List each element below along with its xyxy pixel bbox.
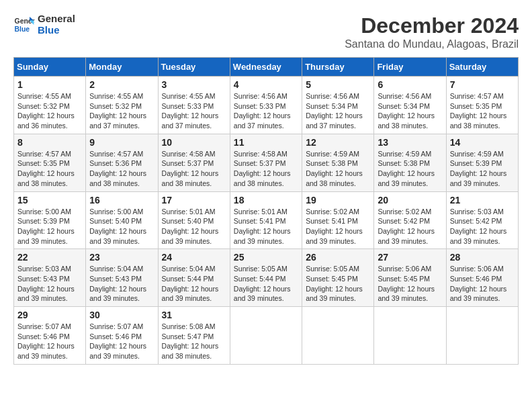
day-info: Sunrise: 5:01 AMSunset: 5:40 PMDaylight:…: [162, 207, 226, 246]
day-number: 10: [162, 137, 226, 148]
calendar-cell: 8Sunrise: 4:57 AMSunset: 5:35 PMDaylight…: [14, 134, 86, 191]
calendar-cell: 31Sunrise: 5:08 AMSunset: 5:47 PMDayligh…: [158, 307, 230, 365]
day-info: Sunrise: 4:57 AMSunset: 5:35 PMDaylight:…: [450, 91, 515, 131]
day-number: 21: [450, 195, 515, 205]
calendar-cell: 21Sunrise: 5:03 AMSunset: 5:42 PMDayligh…: [446, 191, 518, 249]
calendar-cell: 18Sunrise: 5:01 AMSunset: 5:41 PMDayligh…: [230, 191, 302, 249]
day-number: 18: [234, 195, 298, 205]
day-info: Sunrise: 5:03 AMSunset: 5:43 PMDaylight:…: [17, 264, 82, 304]
logo-wordmark: General Blue: [38, 13, 75, 36]
calendar-cell: 25Sunrise: 5:05 AMSunset: 5:44 PMDayligh…: [230, 249, 302, 307]
day-number: 1: [17, 79, 82, 90]
calendar-cell: 13Sunrise: 4:59 AMSunset: 5:38 PMDayligh…: [374, 134, 446, 191]
day-number: 13: [378, 137, 442, 148]
day-number: 8: [17, 137, 82, 148]
day-info: Sunrise: 5:05 AMSunset: 5:44 PMDaylight:…: [234, 264, 298, 304]
day-info: Sunrise: 5:07 AMSunset: 5:46 PMDaylight:…: [17, 322, 82, 361]
calendar-cell: 17Sunrise: 5:01 AMSunset: 5:40 PMDayligh…: [158, 191, 230, 249]
calendar-cell: 2Sunrise: 4:55 AMSunset: 5:32 PMDaylight…: [86, 77, 158, 134]
day-number: 25: [234, 252, 298, 263]
day-info: Sunrise: 4:56 AMSunset: 5:33 PMDaylight:…: [234, 91, 298, 131]
day-number: 27: [378, 252, 442, 263]
day-info: Sunrise: 5:03 AMSunset: 5:42 PMDaylight:…: [450, 207, 515, 246]
calendar-week-2: 8Sunrise: 4:57 AMSunset: 5:35 PMDaylight…: [14, 134, 519, 191]
logo-icon: General Blue: [13, 14, 35, 36]
title-area: December 2024 Santana do Mundau, Alagoas…: [345, 13, 519, 50]
calendar-cell: 16Sunrise: 5:00 AMSunset: 5:40 PMDayligh…: [86, 191, 158, 249]
day-info: Sunrise: 4:59 AMSunset: 5:39 PMDaylight:…: [450, 149, 515, 189]
header-tuesday: Tuesday: [158, 58, 230, 77]
day-number: 30: [89, 310, 154, 320]
calendar-cell: 14Sunrise: 4:59 AMSunset: 5:39 PMDayligh…: [446, 134, 518, 191]
day-info: Sunrise: 4:55 AMSunset: 5:33 PMDaylight:…: [162, 91, 226, 131]
day-info: Sunrise: 5:08 AMSunset: 5:47 PMDaylight:…: [162, 322, 226, 361]
calendar-cell: [374, 307, 446, 365]
calendar-cell: 29Sunrise: 5:07 AMSunset: 5:46 PMDayligh…: [14, 307, 86, 365]
day-number: 15: [17, 195, 82, 205]
day-number: 9: [89, 137, 154, 148]
day-info: Sunrise: 5:07 AMSunset: 5:46 PMDaylight:…: [89, 322, 154, 361]
day-info: Sunrise: 5:04 AMSunset: 5:44 PMDaylight:…: [162, 264, 226, 304]
day-info: Sunrise: 4:58 AMSunset: 5:37 PMDaylight:…: [162, 149, 226, 189]
day-number: 24: [162, 252, 226, 263]
svg-text:Blue: Blue: [15, 25, 30, 32]
calendar-week-3: 15Sunrise: 5:00 AMSunset: 5:39 PMDayligh…: [14, 191, 519, 249]
day-info: Sunrise: 5:05 AMSunset: 5:45 PMDaylight:…: [306, 264, 370, 304]
day-number: 20: [378, 195, 442, 205]
calendar-cell: 6Sunrise: 4:56 AMSunset: 5:34 PMDaylight…: [374, 77, 446, 134]
day-number: 3: [162, 79, 226, 90]
page-header: General Blue General Blue December 2024 …: [13, 13, 519, 50]
calendar-cell: [302, 307, 374, 365]
calendar-header-row: Sunday Monday Tuesday Wednesday Thursday…: [14, 58, 519, 77]
calendar-week-4: 22Sunrise: 5:03 AMSunset: 5:43 PMDayligh…: [14, 249, 519, 307]
day-info: Sunrise: 4:58 AMSunset: 5:37 PMDaylight:…: [234, 149, 298, 189]
day-number: 16: [89, 195, 154, 205]
header-saturday: Saturday: [446, 58, 518, 77]
day-info: Sunrise: 4:56 AMSunset: 5:34 PMDaylight:…: [378, 91, 442, 131]
calendar-cell: 4Sunrise: 4:56 AMSunset: 5:33 PMDaylight…: [230, 77, 302, 134]
calendar-table: Sunday Monday Tuesday Wednesday Thursday…: [13, 57, 519, 365]
calendar-cell: 11Sunrise: 4:58 AMSunset: 5:37 PMDayligh…: [230, 134, 302, 191]
calendar-cell: 30Sunrise: 5:07 AMSunset: 5:46 PMDayligh…: [86, 307, 158, 365]
header-wednesday: Wednesday: [230, 58, 302, 77]
day-info: Sunrise: 5:04 AMSunset: 5:43 PMDaylight:…: [89, 264, 154, 304]
calendar-cell: 7Sunrise: 4:57 AMSunset: 5:35 PMDaylight…: [446, 77, 518, 134]
header-friday: Friday: [374, 58, 446, 77]
logo: General Blue General Blue: [13, 13, 75, 36]
day-info: Sunrise: 5:02 AMSunset: 5:41 PMDaylight:…: [306, 207, 370, 246]
day-info: Sunrise: 5:02 AMSunset: 5:42 PMDaylight:…: [378, 207, 442, 246]
calendar-week-1: 1Sunrise: 4:55 AMSunset: 5:32 PMDaylight…: [14, 77, 519, 134]
day-info: Sunrise: 4:59 AMSunset: 5:38 PMDaylight:…: [306, 149, 370, 189]
calendar-cell: 3Sunrise: 4:55 AMSunset: 5:33 PMDaylight…: [158, 77, 230, 134]
day-number: 7: [450, 79, 515, 90]
calendar-cell: 15Sunrise: 5:00 AMSunset: 5:39 PMDayligh…: [14, 191, 86, 249]
day-number: 4: [234, 79, 298, 90]
day-number: 6: [378, 79, 442, 90]
day-info: Sunrise: 4:55 AMSunset: 5:32 PMDaylight:…: [89, 91, 154, 131]
day-info: Sunrise: 4:57 AMSunset: 5:36 PMDaylight:…: [89, 149, 154, 189]
calendar-cell: 22Sunrise: 5:03 AMSunset: 5:43 PMDayligh…: [14, 249, 86, 307]
calendar-cell: 24Sunrise: 5:04 AMSunset: 5:44 PMDayligh…: [158, 249, 230, 307]
calendar-cell: 10Sunrise: 4:58 AMSunset: 5:37 PMDayligh…: [158, 134, 230, 191]
header-sunday: Sunday: [14, 58, 86, 77]
day-info: Sunrise: 4:56 AMSunset: 5:34 PMDaylight:…: [306, 91, 370, 131]
day-number: 11: [234, 137, 298, 148]
calendar-cell: [230, 307, 302, 365]
calendar-cell: 20Sunrise: 5:02 AMSunset: 5:42 PMDayligh…: [374, 191, 446, 249]
month-title: December 2024: [345, 13, 519, 38]
calendar-cell: 5Sunrise: 4:56 AMSunset: 5:34 PMDaylight…: [302, 77, 374, 134]
day-number: 17: [162, 195, 226, 205]
day-info: Sunrise: 5:00 AMSunset: 5:39 PMDaylight:…: [17, 207, 82, 246]
header-monday: Monday: [86, 58, 158, 77]
day-number: 14: [450, 137, 515, 148]
day-number: 29: [17, 310, 82, 320]
calendar-cell: 12Sunrise: 4:59 AMSunset: 5:38 PMDayligh…: [302, 134, 374, 191]
day-number: 2: [89, 79, 154, 90]
day-number: 26: [306, 252, 370, 263]
day-number: 19: [306, 195, 370, 205]
day-number: 5: [306, 79, 370, 90]
day-info: Sunrise: 4:59 AMSunset: 5:38 PMDaylight:…: [378, 149, 442, 189]
day-info: Sunrise: 5:01 AMSunset: 5:41 PMDaylight:…: [234, 207, 298, 246]
day-info: Sunrise: 4:57 AMSunset: 5:35 PMDaylight:…: [17, 149, 82, 189]
calendar-cell: 19Sunrise: 5:02 AMSunset: 5:41 PMDayligh…: [302, 191, 374, 249]
